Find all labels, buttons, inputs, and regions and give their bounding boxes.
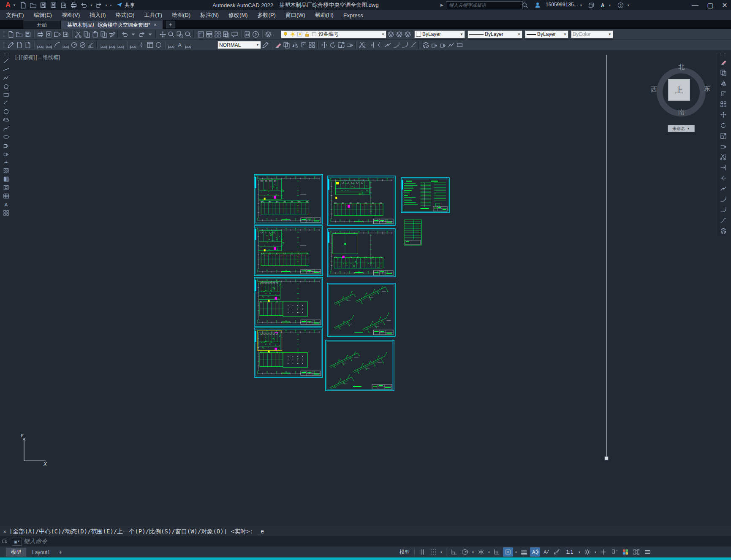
menu-item-window[interactable]: 窗口(W) xyxy=(285,11,305,19)
offset-icon[interactable] xyxy=(718,88,728,99)
viewport-control-1[interactable]: [俯视] xyxy=(21,54,35,61)
toolbar-grip[interactable] xyxy=(720,53,727,55)
trim-icon[interactable] xyxy=(718,151,728,162)
copy-base-icon[interactable] xyxy=(99,30,108,39)
properties-icon[interactable] xyxy=(196,30,205,39)
menu-item-help[interactable]: 帮助(H) xyxy=(315,11,334,19)
plotstyle-combo-caret-icon[interactable]: ▼ xyxy=(607,32,611,36)
status-model-button[interactable]: 模型 xyxy=(397,549,412,556)
grid-icon[interactable] xyxy=(417,547,427,557)
command-wrench-icon[interactable] xyxy=(0,538,9,545)
lineweight-icon[interactable] xyxy=(519,547,529,557)
layout-tab-layout1[interactable]: Layout1 xyxy=(27,548,55,557)
new-icon[interactable] xyxy=(6,30,15,39)
dimstyle-combo-caret-icon[interactable]: ▼ xyxy=(255,43,259,47)
zoom-realtime-icon[interactable] xyxy=(167,30,175,39)
layout-tab-model[interactable]: 模型 xyxy=(6,548,26,557)
aligned-icon[interactable] xyxy=(44,41,53,49)
ortho-icon[interactable] xyxy=(449,547,459,557)
make-block-icon[interactable] xyxy=(1,149,11,158)
point-icon[interactable] xyxy=(1,158,11,166)
blend-icon[interactable] xyxy=(409,41,417,49)
copy-icon[interactable] xyxy=(82,30,91,39)
plot-preview-icon[interactable] xyxy=(44,30,53,39)
drawing-canvas[interactable]: YX [-][俯视][二维线框] A 上 北 南 西 东 未命名 ▼ xyxy=(0,51,731,527)
otrack-icon[interactable] xyxy=(492,547,502,557)
viewcube-compass[interactable]: 上 北 南 西 东 xyxy=(654,65,708,119)
layer-swatch-icon[interactable] xyxy=(311,31,317,37)
menu-item-modify[interactable]: 修改(M) xyxy=(228,11,248,19)
command-input-row[interactable]: ▣▼ 键入命令 xyxy=(0,536,731,546)
line-icon[interactable] xyxy=(1,57,11,65)
make-block-icon[interactable] xyxy=(430,41,438,49)
dim-text-edit-icon[interactable]: A xyxy=(175,41,184,49)
help-icon[interactable]: ? xyxy=(251,30,260,39)
mirror-icon[interactable] xyxy=(718,78,728,88)
gradient-icon[interactable] xyxy=(1,175,11,183)
layer-sun-icon[interactable] xyxy=(290,31,296,37)
graphics-performance-icon[interactable] xyxy=(620,547,630,557)
ordinate-icon[interactable] xyxy=(61,41,70,49)
undo-caret-icon[interactable]: ▼ xyxy=(90,4,93,7)
fillet-icon[interactable] xyxy=(400,41,409,49)
etransmit-icon[interactable] xyxy=(61,30,70,39)
linetype-combo[interactable]: ByLayer▼ xyxy=(467,30,522,38)
offset-icon[interactable] xyxy=(299,41,307,49)
dim-space-icon[interactable] xyxy=(129,41,137,49)
undo-icon[interactable] xyxy=(79,1,89,9)
explode-icon[interactable] xyxy=(718,225,728,236)
units-icon[interactable]: ° xyxy=(609,547,620,557)
viewport-control-2[interactable]: [二维线框] xyxy=(36,54,60,61)
menu-item-draw[interactable]: 绘图(D) xyxy=(172,11,190,19)
linetype-combo-caret-icon[interactable]: ▼ xyxy=(516,32,521,36)
cut-icon[interactable] xyxy=(74,30,82,39)
tab-close-icon[interactable]: × xyxy=(154,22,157,28)
publish-icon[interactable] xyxy=(53,30,61,39)
workspace-icon[interactable] xyxy=(582,547,592,557)
command-input-placeholder[interactable]: 键入命令 xyxy=(24,538,47,545)
join-icon[interactable] xyxy=(383,41,392,49)
fillet-icon[interactable] xyxy=(718,204,728,215)
plotstyle-combo[interactable]: ByColor▼ xyxy=(571,30,613,38)
circle-icon[interactable] xyxy=(1,107,11,116)
help-caret-icon[interactable]: ▼ xyxy=(626,1,631,9)
tab-start[interactable]: 开始 xyxy=(23,20,60,29)
viewcube-west-label[interactable]: 西 xyxy=(651,86,657,94)
mtext-icon[interactable]: A xyxy=(1,200,11,208)
polar-caret-icon[interactable]: ▼ xyxy=(471,547,475,557)
toolbar-grip[interactable] xyxy=(3,42,5,49)
undo-icon[interactable] xyxy=(120,30,129,39)
design-center-icon[interactable] xyxy=(205,30,213,39)
workspace-caret-icon[interactable]: ▼ xyxy=(593,547,598,557)
explode-icon[interactable] xyxy=(421,41,430,49)
polygon-icon[interactable] xyxy=(1,82,11,90)
save-icon[interactable] xyxy=(39,1,48,9)
tolerance-icon[interactable] xyxy=(146,41,154,49)
menu-item-express[interactable]: Express xyxy=(343,12,363,19)
layer-combo-caret-icon[interactable]: ▼ xyxy=(380,32,385,36)
layer-properties-icon[interactable] xyxy=(264,30,272,39)
stretch-icon[interactable] xyxy=(345,41,354,49)
redo-icon[interactable] xyxy=(137,30,146,39)
lineweight-combo-caret-icon[interactable]: ▼ xyxy=(562,32,567,36)
move-icon[interactable] xyxy=(718,109,728,120)
extend-icon[interactable] xyxy=(367,41,375,49)
quick-dim-icon[interactable] xyxy=(99,41,108,49)
open-icon[interactable] xyxy=(29,1,38,9)
pan-icon[interactable] xyxy=(158,30,167,39)
account-caret-icon[interactable]: ▼ xyxy=(579,1,584,9)
save-as-icon[interactable] xyxy=(49,1,58,9)
rotate-icon[interactable] xyxy=(718,120,728,130)
isodraft-caret-icon[interactable]: ▼ xyxy=(487,547,491,557)
arc-length-icon[interactable] xyxy=(53,41,61,49)
scale-icon[interactable] xyxy=(337,41,345,49)
command-close-icon[interactable]: × xyxy=(0,529,9,535)
dimstyle-combo[interactable]: NORMAL▼ xyxy=(217,41,261,49)
new-icon[interactable] xyxy=(19,1,28,9)
angular-icon[interactable] xyxy=(87,41,95,49)
lineweight-combo[interactable]: ByLayer▼ xyxy=(525,30,568,38)
region-icon[interactable] xyxy=(1,183,11,192)
dim-update-icon[interactable] xyxy=(184,41,192,49)
layout-tab-add[interactable]: + xyxy=(56,548,65,557)
search-icon[interactable] xyxy=(520,1,530,9)
